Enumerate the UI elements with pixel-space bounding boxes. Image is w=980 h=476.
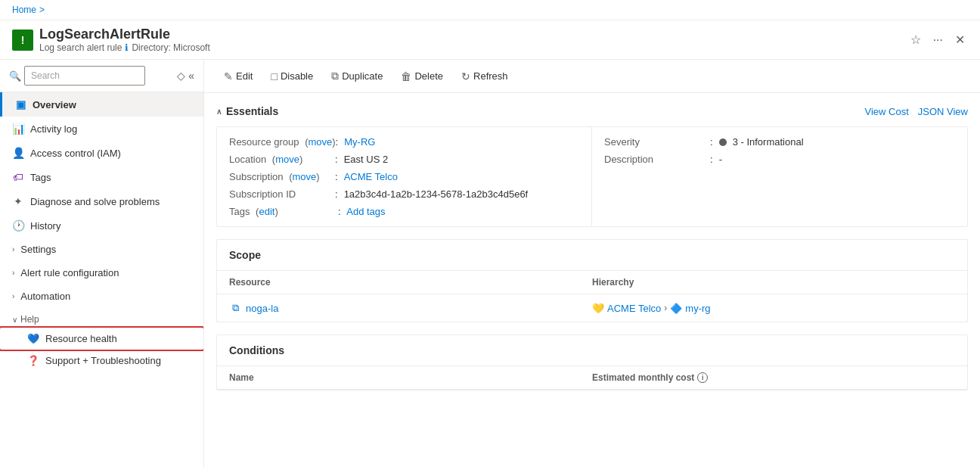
severity-row: Severity : 3 - Informational	[604, 136, 955, 148]
scope-rg-link[interactable]: my-rg	[685, 303, 710, 314]
favorite-button[interactable]: ☆	[907, 30, 924, 50]
tags-edit-link[interactable]: edit	[259, 206, 274, 217]
subtitle-label: Log search alert rule	[39, 42, 122, 53]
add-tags-link[interactable]: Add tags	[346, 206, 385, 217]
access-control-icon: 👤	[12, 147, 24, 159]
main-layout: 🔍 ◇ « ▣ Overview 📊 Activity log 👤 Access…	[0, 60, 980, 468]
conditions-cost-col: Estimated monthly cost i	[592, 372, 955, 383]
tags-row: Tags (edit) : Add tags	[229, 206, 579, 217]
location-move-link[interactable]: move	[275, 154, 299, 165]
close-button[interactable]: ✕	[952, 30, 968, 50]
disable-icon: □	[271, 70, 277, 82]
subscription-label: Subscription (move)	[229, 171, 335, 182]
tags-icon: 🏷	[12, 171, 24, 183]
more-options-button[interactable]: ···	[930, 30, 946, 50]
workspace-icon: ⧉	[229, 302, 241, 314]
subscription-move-link[interactable]: move	[293, 171, 317, 182]
scope-resource-cell: ⧉ noga-la	[229, 302, 592, 314]
scope-resource-col: Resource	[229, 277, 592, 288]
essentials-section: ∧ Essentials View Cost JSON View Resourc…	[216, 105, 968, 227]
sidebar-item-automation[interactable]: › Automation	[0, 285, 203, 308]
location-row: Location (move) : East US 2	[229, 154, 579, 165]
sidebar: 🔍 ◇ « ▣ Overview 📊 Activity log 👤 Access…	[0, 60, 204, 468]
sidebar-item-diagnose[interactable]: ✦ Diagnose and solve problems	[0, 189, 203, 213]
scope-resource-link[interactable]: noga-la	[246, 303, 278, 314]
conditions-table-header: Name Estimated monthly cost i	[217, 366, 967, 390]
location-label: Location (move)	[229, 154, 335, 165]
location-value: : East US 2	[335, 154, 388, 165]
view-cost-link[interactable]: View Cost	[864, 106, 908, 117]
tags-label: Tags (edit)	[229, 206, 335, 217]
resource-group-row: Resource group (move) : My-RG	[229, 136, 579, 148]
overview-icon: ▣	[14, 98, 26, 110]
description-row: Description : -	[604, 154, 955, 165]
rg-icon: 🔷	[670, 302, 682, 314]
collapse-icon[interactable]: ∧	[216, 107, 222, 116]
description-value: : -	[710, 154, 722, 165]
severity-value: : 3 - Informational	[710, 136, 804, 148]
essentials-header: ∧ Essentials View Cost JSON View	[216, 105, 968, 117]
sidebar-label-support: Support + Troubleshooting	[45, 355, 161, 366]
chevron-right-icon-3: ›	[12, 292, 14, 300]
breadcrumb-home[interactable]: Home	[12, 5, 36, 15]
json-view-link[interactable]: JSON View	[918, 106, 968, 117]
scope-table-header: Resource Hierarchy	[217, 271, 967, 294]
conditions-section: Conditions Name Estimated monthly cost i	[216, 334, 968, 390]
sidebar-label-history: History	[30, 220, 60, 232]
sidebar-item-settings[interactable]: › Settings	[0, 238, 203, 261]
sidebar-label-settings: Settings	[20, 244, 56, 255]
subscription-id-label: Subscription ID	[229, 188, 335, 200]
scope-hierarchy-col: Hierarchy	[592, 277, 955, 288]
sidebar-label-tags: Tags	[30, 172, 51, 183]
resource-health-icon: 💙	[27, 333, 39, 344]
edit-button[interactable]: ✎ Edit	[216, 67, 260, 86]
scope-title: Scope	[217, 240, 967, 271]
description-label: Description	[604, 154, 710, 165]
delete-button[interactable]: 🗑 Delete	[393, 67, 451, 86]
resource-group-move-link[interactable]: move	[308, 136, 332, 148]
delete-icon: 🗑	[401, 70, 411, 82]
collapse-sidebar-icon[interactable]: «	[188, 70, 194, 82]
sidebar-item-activity-log[interactable]: 📊 Activity log	[0, 117, 203, 141]
hierarchy-separator: ›	[664, 303, 667, 313]
history-icon: 🕐	[12, 219, 24, 232]
edit-icon: ✎	[224, 70, 233, 82]
cost-info-icon[interactable]: i	[697, 372, 708, 383]
sidebar-item-history[interactable]: 🕐 History	[0, 213, 203, 238]
scope-table: Resource Hierarchy ⧉ noga-la 💛 ACME Telc…	[217, 271, 967, 322]
refresh-icon: ↻	[461, 70, 470, 82]
sidebar-group-help[interactable]: ∨ Help	[0, 308, 203, 328]
sidebar-item-resource-health[interactable]: 💙 Resource health	[0, 328, 203, 350]
search-input[interactable]	[24, 66, 145, 86]
sidebar-label-diagnose: Diagnose and solve problems	[30, 196, 160, 207]
chevron-right-icon: ›	[12, 245, 14, 254]
subscription-id-value: : 1a2b3c4d-1a2b-1234-5678-1a2b3c4d5e6f	[335, 188, 528, 200]
sidebar-item-support[interactable]: ❓ Support + Troubleshooting	[0, 350, 203, 372]
filter-icon[interactable]: ◇	[177, 70, 185, 82]
disable-button[interactable]: □ Disable	[263, 67, 321, 86]
conditions-title: Conditions	[217, 335, 967, 366]
sidebar-label-alert-rule-config: Alert rule configuration	[20, 267, 119, 278]
resource-group-link[interactable]: My-RG	[344, 136, 375, 148]
page-header: ! LogSearchAlertRule Log search alert ru…	[0, 20, 980, 60]
diagnose-icon: ✦	[12, 195, 24, 207]
search-bar: 🔍 ◇ «	[0, 60, 203, 92]
duplicate-button[interactable]: ⧉ Duplicate	[324, 66, 390, 86]
essentials-grid: Resource group (move) : My-RG Location (…	[216, 126, 968, 227]
essentials-left: Resource group (move) : My-RG Location (…	[217, 127, 592, 226]
subscription-value: : ACME Telco	[335, 171, 398, 182]
refresh-button[interactable]: ↻ Refresh	[454, 67, 516, 86]
subscription-link[interactable]: ACME Telco	[344, 171, 398, 182]
sidebar-item-access-control[interactable]: 👤 Access control (IAM)	[0, 141, 203, 165]
sidebar-group-help-label: Help	[20, 314, 39, 325]
scope-org-link[interactable]: ACME Telco	[607, 303, 661, 314]
resource-group-value: : My-RG	[336, 136, 376, 148]
sidebar-item-overview[interactable]: ▣ Overview	[0, 92, 203, 117]
sidebar-item-alert-rule-config[interactable]: › Alert rule configuration	[0, 261, 203, 285]
sidebar-label-activity-log: Activity log	[30, 123, 77, 135]
search-icon: 🔍	[9, 70, 21, 82]
activity-log-icon: 📊	[12, 123, 24, 135]
sidebar-label-resource-health: Resource health	[45, 333, 117, 344]
sidebar-item-tags[interactable]: 🏷 Tags	[0, 165, 203, 189]
title-area: LogSearchAlertRule Log search alert rule…	[39, 26, 210, 53]
